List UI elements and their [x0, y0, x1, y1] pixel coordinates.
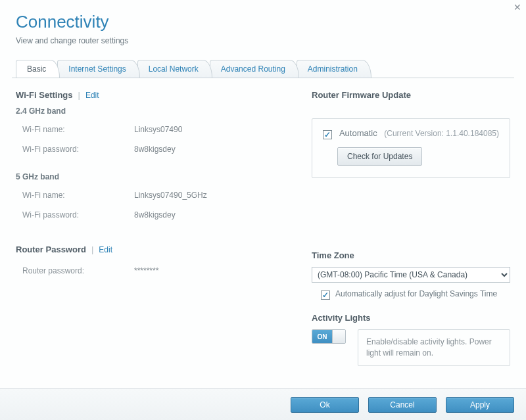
wifi-5-password-value: 8w8kigsdey — [134, 210, 176, 220]
firmware-box: Automatic (Current Version: 1.1.40.18408… — [312, 118, 510, 178]
wifi-name-label-5: Wi-Fi name: — [22, 191, 134, 200]
wifi-5-password-row: Wi-Fi password: 8w8kigsdey — [16, 205, 285, 225]
wifi-5-name-row: Wi-Fi name: Linksys07490_5GHz — [16, 185, 285, 205]
check-updates-button[interactable]: Check for Updates — [337, 147, 422, 166]
wifi-24-password-value: 8w8kigsdey — [134, 145, 176, 154]
close-icon[interactable]: ✕ — [513, 3, 522, 12]
footer: Ok Cancel Apply — [0, 388, 526, 420]
firmware-head: Router Firmware Update — [312, 90, 510, 100]
content: Wi-Fi Settings | Edit 2.4 GHz band Wi-Fi… — [0, 78, 526, 366]
router-password-value: ******** — [134, 266, 158, 275]
activity-toggle[interactable]: ON — [312, 329, 346, 344]
firmware-auto-label: Automatic — [339, 128, 377, 138]
router-password-label: Router password: — [22, 266, 134, 275]
cancel-button[interactable]: Cancel — [368, 397, 437, 413]
wifi-name-label: Wi-Fi name: — [22, 125, 134, 134]
tab-administration[interactable]: Administration — [297, 60, 371, 78]
firmware-auto-checkbox[interactable] — [323, 130, 332, 139]
tab-bar: Basic Internet Settings Local Network Ad… — [12, 60, 514, 78]
timezone-head: Time Zone — [312, 250, 510, 260]
ok-button[interactable]: Ok — [291, 397, 359, 413]
timezone-title: Time Zone — [312, 250, 354, 260]
page-header: Connectivity View and change router sett… — [0, 0, 526, 60]
router-password-title: Router Password — [16, 245, 86, 254]
tab-basic[interactable]: Basic — [16, 60, 60, 78]
activity-head: Activity Lights — [312, 313, 510, 323]
tab-internet-settings[interactable]: Internet Settings — [57, 60, 139, 78]
firmware-title: Router Firmware Update — [312, 90, 411, 100]
wifi-5-name-value: Linksys07490_5GHz — [134, 191, 207, 200]
wifi-24-name-value: Linksys07490 — [134, 125, 182, 134]
band-5-label: 5 GHz band — [16, 172, 285, 181]
wifi-edit-link[interactable]: Edit — [85, 91, 99, 100]
wifi-section-head: Wi-Fi Settings | Edit — [16, 90, 285, 100]
activity-toggle-on-label: ON — [312, 330, 332, 343]
activity-description: Enable/disable activity lights. Power li… — [358, 329, 510, 366]
wifi-password-label: Wi-Fi password: — [22, 145, 134, 154]
band-24-label: 2.4 GHz band — [16, 106, 285, 116]
activity-row: ON Enable/disable activity lights. Power… — [312, 329, 510, 366]
wifi-password-label-5: Wi-Fi password: — [22, 210, 134, 220]
tab-advanced-routing[interactable]: Advanced Routing — [210, 60, 299, 78]
divider: | — [91, 245, 93, 254]
firmware-row: Automatic (Current Version: 1.1.40.18408… — [323, 128, 499, 138]
timezone-dst-checkbox[interactable] — [321, 291, 330, 300]
router-password-row: Router password: ******** — [16, 261, 285, 281]
left-column: Wi-Fi Settings | Edit 2.4 GHz band Wi-Fi… — [16, 90, 285, 366]
page-subtitle: View and change router settings — [16, 36, 510, 45]
wifi-section-title: Wi-Fi Settings — [16, 90, 73, 100]
timezone-select[interactable]: (GMT-08:00) Pacific Time (USA & Canada) — [312, 267, 510, 283]
timezone-dst-row: Automatically adjust for Daylight Saving… — [312, 289, 510, 298]
apply-button[interactable]: Apply — [446, 397, 514, 413]
tab-local-network[interactable]: Local Network — [137, 60, 212, 78]
timezone-dst-label: Automatically adjust for Daylight Saving… — [335, 289, 497, 298]
wifi-24-password-row: Wi-Fi password: 8w8kigsdey — [16, 139, 285, 159]
activity-title: Activity Lights — [312, 313, 371, 323]
firmware-auto-wrap: Automatic — [323, 128, 377, 138]
firmware-version-text: (Current Version: 1.1.40.184085) — [384, 129, 499, 138]
right-column: Router Firmware Update Automatic (Curren… — [312, 90, 510, 366]
router-password-head: Router Password | Edit — [16, 245, 285, 254]
divider: | — [78, 90, 80, 100]
router-password-edit-link[interactable]: Edit — [99, 245, 112, 254]
page-title: Connectivity — [16, 12, 510, 32]
activity-toggle-knob — [332, 330, 346, 343]
wifi-24-name-row: Wi-Fi name: Linksys07490 — [16, 120, 285, 139]
